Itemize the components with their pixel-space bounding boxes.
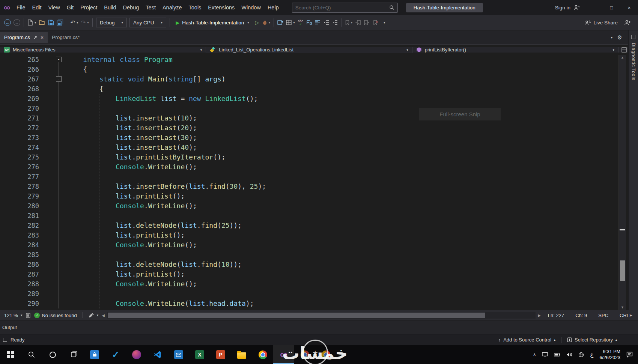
hot-reload-icon[interactable]: ▾ bbox=[262, 18, 272, 27]
toolbar-overflow-chevron-icon[interactable]: ▾ bbox=[380, 18, 388, 27]
line-number[interactable]: 276 bbox=[0, 162, 46, 172]
code-line[interactable]: 265- internal class Program bbox=[0, 55, 618, 65]
start-debugging-button[interactable]: ▶ Hash-Table-Implementation ▾ bbox=[172, 20, 253, 26]
next-bookmark-icon[interactable] bbox=[363, 18, 371, 27]
menu-analyze[interactable]: Analyze bbox=[159, 5, 185, 11]
fold-margin[interactable] bbox=[46, 260, 67, 269]
line-number[interactable]: 288 bbox=[0, 279, 46, 289]
line-number[interactable]: 286 bbox=[0, 260, 46, 269]
taskbar-start-icon[interactable] bbox=[0, 345, 21, 364]
tray-speaker-icon[interactable] bbox=[566, 352, 572, 357]
code-line[interactable]: 277 bbox=[0, 172, 618, 182]
open-file-icon[interactable] bbox=[38, 18, 47, 27]
vertical-scrollbar[interactable]: ▲ ▼ bbox=[618, 55, 626, 310]
line-number[interactable]: 275 bbox=[0, 152, 46, 162]
navigate-backward-icon[interactable]: ← bbox=[3, 18, 12, 27]
action-center-icon[interactable] bbox=[626, 352, 633, 358]
save-all-icon[interactable] bbox=[56, 18, 65, 27]
line-number[interactable]: 282 bbox=[0, 221, 46, 230]
menu-debug[interactable]: Debug bbox=[120, 5, 143, 11]
fold-margin[interactable] bbox=[46, 133, 67, 143]
search-input[interactable] bbox=[295, 5, 387, 11]
fold-margin[interactable] bbox=[46, 211, 67, 221]
whitespace-indicator[interactable]: SPC bbox=[593, 313, 614, 318]
tray-hidden-icons-icon[interactable]: ∧ bbox=[533, 352, 536, 357]
code-line[interactable]: 273 list.insertLast(30); bbox=[0, 133, 618, 143]
fold-margin[interactable] bbox=[46, 94, 67, 104]
code-line[interactable]: 284 Console.WriteLine(); bbox=[0, 240, 618, 250]
display-grid-icon[interactable]: ▾ bbox=[285, 18, 296, 27]
line-indicator[interactable]: Ln: 227 bbox=[542, 313, 570, 318]
taskbar-vscode-icon[interactable] bbox=[147, 345, 168, 364]
pin-icon[interactable] bbox=[33, 35, 38, 40]
menu-tools[interactable]: Tools bbox=[185, 5, 205, 11]
redo-icon[interactable]: ↷▾ bbox=[80, 18, 90, 27]
minimize-button[interactable]: ― bbox=[585, 0, 603, 15]
quick-search-box[interactable] bbox=[292, 3, 398, 13]
code-line[interactable]: 287 list.printList(); bbox=[0, 269, 618, 279]
solution-name-badge[interactable]: Hash-Table-Implementation bbox=[406, 3, 483, 12]
menu-extensions[interactable]: Extensions bbox=[205, 5, 238, 11]
line-number[interactable]: 283 bbox=[0, 230, 46, 240]
code-line[interactable]: 280 Console.WriteLine(); bbox=[0, 201, 618, 211]
code-line[interactable]: 279 list.printList(); bbox=[0, 191, 618, 201]
code-line[interactable]: 266 { bbox=[0, 65, 618, 74]
menu-window[interactable]: Window bbox=[238, 5, 264, 11]
taskbar-clock[interactable]: 9:31 PM 6/26/2023 bbox=[599, 349, 620, 361]
taskbar-cortana-icon[interactable] bbox=[42, 345, 63, 364]
fold-margin[interactable] bbox=[46, 84, 67, 94]
menu-test[interactable]: Test bbox=[142, 5, 159, 11]
fold-margin[interactable] bbox=[46, 162, 67, 172]
fold-margin[interactable] bbox=[46, 143, 67, 152]
add-to-source-control-button[interactable]: ↑ Add to Source Control ▴ bbox=[498, 337, 555, 343]
undo-icon[interactable]: ↶▾ bbox=[69, 18, 80, 27]
fold-margin[interactable] bbox=[46, 230, 67, 240]
taskbar-task-view-icon[interactable] bbox=[63, 345, 84, 364]
previous-bookmark-icon[interactable] bbox=[354, 18, 362, 27]
tray-battery-icon[interactable] bbox=[554, 353, 560, 356]
toggle-bookmark-icon[interactable]: ▾ bbox=[344, 18, 354, 27]
tray-display-icon[interactable] bbox=[542, 352, 548, 357]
diagnostic-tools-strip[interactable]: Diagnostic Tools bbox=[628, 30, 638, 310]
fold-margin[interactable] bbox=[46, 289, 67, 299]
taskbar-chrome-icon[interactable] bbox=[252, 345, 273, 364]
code-line[interactable]: 268 { bbox=[0, 84, 618, 94]
zoom-dropdown[interactable]: 121 %▾ bbox=[2, 313, 24, 318]
line-number[interactable]: 270 bbox=[0, 104, 46, 113]
show-whitespace-icon[interactable] bbox=[305, 18, 313, 27]
fold-margin[interactable] bbox=[46, 65, 67, 74]
code-line[interactable]: 276 Console.WriteLine(); bbox=[0, 162, 618, 172]
line-number[interactable]: 281 bbox=[0, 211, 46, 221]
line-number[interactable]: 285 bbox=[0, 250, 46, 260]
menu-edit[interactable]: Edit bbox=[29, 5, 45, 11]
code-line[interactable]: 281 bbox=[0, 211, 618, 221]
fold-margin[interactable] bbox=[46, 152, 67, 162]
fold-margin[interactable] bbox=[46, 279, 67, 289]
menu-git[interactable]: Git bbox=[63, 5, 77, 11]
fold-margin[interactable] bbox=[46, 104, 67, 113]
scroll-down-icon[interactable]: ▼ bbox=[619, 305, 626, 309]
fold-margin[interactable] bbox=[46, 201, 67, 211]
taskbar-mail-app-icon[interactable] bbox=[168, 345, 189, 364]
start-without-debugging-icon[interactable]: ▷ bbox=[253, 18, 261, 27]
vertical-scrollbar-thumb[interactable] bbox=[620, 260, 625, 281]
maximize-button[interactable]: □ bbox=[603, 0, 620, 15]
code-line[interactable]: 267- static void Main(string[] args) bbox=[0, 74, 618, 84]
horizontal-scrollbar-thumb[interactable] bbox=[108, 313, 485, 318]
fold-margin[interactable]: - bbox=[46, 74, 67, 84]
fold-margin[interactable]: - bbox=[46, 55, 67, 65]
tray-network-icon[interactable] bbox=[578, 352, 584, 358]
new-window-icon[interactable] bbox=[276, 18, 284, 27]
code-cleanup-button[interactable]: ▾ bbox=[87, 313, 101, 318]
line-number[interactable]: 267 bbox=[0, 74, 46, 84]
fold-collapse-icon[interactable]: - bbox=[56, 57, 62, 62]
taskbar-photos-app-icon[interactable] bbox=[126, 345, 147, 364]
member-dropdown[interactable]: printListByIterator() ▾ bbox=[412, 47, 618, 53]
increase-indent-icon[interactable] bbox=[331, 18, 339, 27]
code-line[interactable]: 270 bbox=[0, 104, 618, 113]
fold-margin[interactable] bbox=[46, 240, 67, 250]
clear-bookmarks-icon[interactable] bbox=[371, 18, 379, 27]
scroll-up-icon[interactable]: ▲ bbox=[619, 56, 626, 59]
tab-program.cs[interactable]: Program.cs* bbox=[48, 32, 84, 43]
taskbar-search-icon[interactable] bbox=[21, 345, 42, 364]
